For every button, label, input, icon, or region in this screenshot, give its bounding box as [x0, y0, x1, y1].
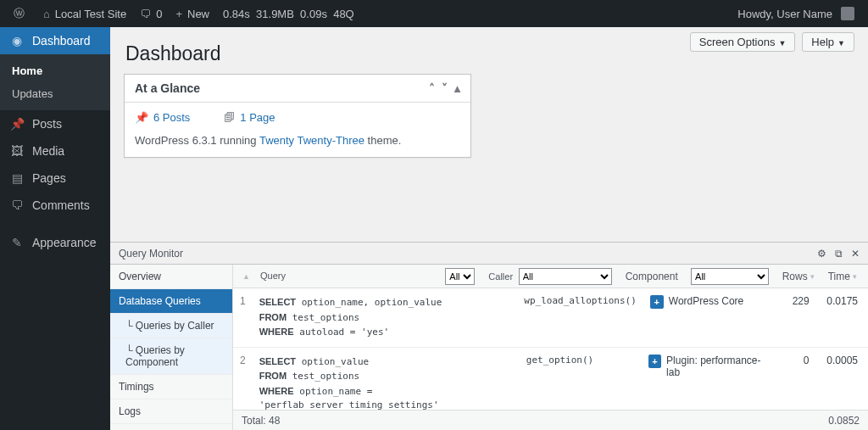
page-icon: 🗐 [224, 111, 235, 124]
sort-icon[interactable]: ▾ [853, 272, 857, 281]
rows-cell: 0 [775, 355, 815, 410]
menu-dashboard[interactable]: ◉Dashboard [0, 27, 110, 54]
menu-media[interactable]: 🖾Media [0, 137, 110, 165]
posts-link[interactable]: 6 Posts [153, 111, 190, 124]
expand-button[interactable]: + [648, 355, 661, 368]
dashboard-icon: ◉ [8, 34, 25, 47]
brush-icon: ✎ [8, 236, 25, 249]
theme-link[interactable]: Twenty Twenty-Three [259, 134, 364, 147]
at-a-glance-box: At a Glance ˄ ˅ ▴ 📌6 Posts 🗐1 Page WordP… [124, 74, 471, 158]
qm-tab-logs[interactable]: Logs [110, 399, 232, 424]
help-button[interactable]: Help▼ [802, 32, 854, 52]
caller-cell: get_option() [520, 355, 642, 410]
sort-icon[interactable]: ▾ [810, 272, 815, 281]
screen-options-button[interactable]: Screen Options▼ [690, 32, 796, 52]
qm-tab-by-component[interactable]: └ Queries by Component [110, 338, 232, 375]
component-cell: Plugin: performance-lab [666, 355, 768, 378]
collapse-icon[interactable]: ▴ [454, 81, 460, 95]
caller-cell: wp_load_alloptions() [517, 295, 643, 340]
home-icon: ⌂ [43, 8, 50, 20]
plus-icon: + [175, 8, 182, 20]
query-monitor-panel: Query Monitor ⚙ ⧉ ✕ Overview Database Qu… [110, 242, 868, 430]
wp-version-text: WordPress 6.3.1 running Twenty Twenty-Th… [135, 134, 460, 147]
qm-timing[interactable]: 0.84s 31.9MB 0.09s 48Q [216, 0, 361, 27]
site-link[interactable]: ⌂Local Test Site [36, 0, 133, 27]
media-icon: 🖾 [8, 144, 25, 158]
comment-icon: 🗨 [140, 8, 151, 20]
component-filter[interactable]: All [691, 268, 769, 285]
qm-total-time: 0.0852 [828, 415, 860, 427]
menu-comments[interactable]: 🗨Comments [0, 192, 110, 219]
wp-logo[interactable]: ⓦ [7, 0, 36, 27]
my-account[interactable]: Howdy, User Name [731, 0, 861, 27]
qm-tab-timings[interactable]: Timings [110, 375, 232, 399]
time-cell: 0.0175 [816, 295, 868, 340]
pages-link[interactable]: 1 Page [240, 111, 275, 124]
qm-title: Query Monitor [119, 248, 183, 260]
comments-link[interactable]: 🗨0 [133, 0, 169, 27]
time-cell: 0.0005 [815, 355, 868, 410]
qm-tab-db-queries[interactable]: Database Queries [110, 289, 232, 314]
menu-pages[interactable]: ▤Pages [0, 165, 110, 192]
qm-tab-request[interactable]: Request [110, 424, 232, 430]
table-row: 2SELECT option_valueFROM test_optionsWHE… [233, 348, 868, 410]
qm-table-header: ▲ QueryAll Caller All Component All Rows… [233, 265, 868, 288]
caller-filter[interactable]: All [519, 268, 612, 285]
admin-menu: ◉Dashboard Home Updates 📌Posts 🖾Media ▤P… [0, 27, 110, 430]
sort-icon[interactable]: ▲ [242, 272, 250, 281]
avatar [841, 7, 854, 20]
qm-total: Total: 48 [242, 415, 280, 427]
new-content[interactable]: +New [169, 0, 216, 27]
page-icon: ▤ [8, 171, 25, 185]
row-index: 1 [233, 295, 253, 340]
main-content: Screen Options▼ Help▼ Dashboard At a Gla… [110, 27, 868, 430]
wordpress-icon: ⓦ [14, 6, 25, 21]
rows-cell: 229 [775, 295, 815, 340]
table-row: 1SELECT option_name, option_valueFROM te… [233, 288, 868, 348]
row-index: 2 [233, 355, 253, 410]
query-cell: SELECT option_valueFROM test_optionsWHER… [253, 355, 520, 410]
submenu-home[interactable]: Home [0, 59, 110, 82]
component-cell: WordPress Core [669, 295, 743, 307]
query-filter[interactable]: All [445, 268, 475, 285]
chevron-down-icon: ▼ [837, 39, 845, 47]
comment-icon: 🗨 [8, 198, 25, 212]
close-icon[interactable]: ✕ [851, 248, 860, 260]
admin-bar: ⓦ ⌂Local Test Site 🗨0 +New 0.84s 31.9MB … [0, 0, 868, 27]
expand-button[interactable]: + [650, 295, 664, 309]
move-up-icon[interactable]: ˄ [429, 81, 435, 95]
qm-tab-overview[interactable]: Overview [110, 265, 232, 289]
metabox-title: At a Glance [135, 81, 200, 95]
qm-sidebar: Overview Database Queries └ Queries by C… [110, 265, 233, 430]
pin-icon: 📌 [8, 117, 25, 131]
submenu-updates[interactable]: Updates [0, 82, 110, 105]
menu-posts[interactable]: 📌Posts [0, 110, 110, 137]
popout-icon[interactable]: ⧉ [835, 248, 843, 260]
move-down-icon[interactable]: ˅ [442, 81, 448, 95]
menu-appearance[interactable]: ✎Appearance [0, 229, 110, 256]
query-cell: SELECT option_name, option_valueFROM tes… [253, 295, 518, 340]
gear-icon[interactable]: ⚙ [817, 248, 826, 260]
qm-tab-by-caller[interactable]: └ Queries by Caller [110, 314, 232, 338]
site-name: Local Test Site [55, 8, 126, 20]
chevron-down-icon: ▼ [778, 39, 786, 47]
pin-icon: 📌 [135, 111, 148, 124]
